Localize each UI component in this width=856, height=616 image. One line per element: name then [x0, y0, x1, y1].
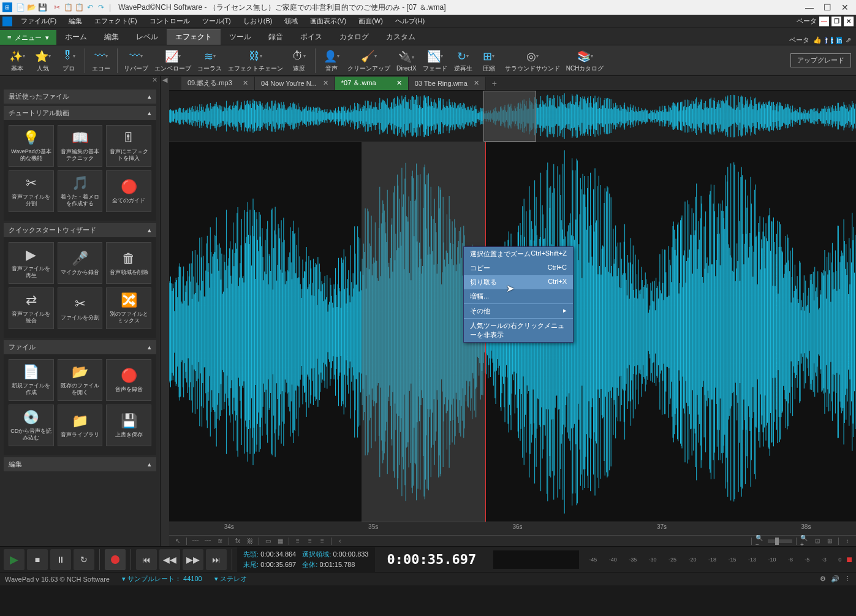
cursor-tool-icon[interactable]: ↖	[173, 537, 183, 546]
context-item-3[interactable]: 増幅...	[464, 289, 573, 303]
ribbon-tab-4[interactable]: ツール	[221, 29, 260, 45]
tool-基本[interactable]: ✨ ▾基本	[5, 48, 29, 73]
zoom-in-icon[interactable]: 🔍+	[800, 537, 810, 546]
align-center-icon[interactable]: ≡	[305, 537, 315, 546]
tile-CDから音声を読み込む[interactable]: 💿CDから音声を読み込む	[9, 405, 54, 446]
add-tab-button[interactable]: +	[486, 78, 503, 88]
tool-NCHカタログ[interactable]: 📚 ▾NCHカタログ	[564, 48, 607, 73]
sidebar-collapse-handle[interactable]: ◀	[161, 76, 169, 546]
file-tab-1[interactable]: 04 Now You're N...✕	[255, 77, 335, 90]
child-window-minimize-icon[interactable]: —	[819, 17, 829, 26]
align-left-icon[interactable]: ≡	[293, 537, 303, 546]
menu-edit[interactable]: 編集	[65, 15, 86, 27]
volume-icon[interactable]: 🔊	[831, 575, 839, 583]
panel-header-1[interactable]: チュートリアル動画▴	[4, 106, 156, 120]
tab-close-icon[interactable]: ✕	[474, 79, 479, 87]
tool-速度[interactable]: ⏱ ▾速度	[287, 48, 311, 73]
menu-help[interactable]: ヘルプ(H)	[392, 15, 428, 27]
ribbon-tab-5[interactable]: 録音	[260, 29, 292, 45]
tile-新規ファイルを作成[interactable]: 📄新規ファイルを作成	[9, 359, 54, 401]
tile-既存のファイルを開く[interactable]: 📂既存のファイルを開く	[58, 359, 103, 401]
tile-音声領域を削除[interactable]: 🗑音声領域を削除	[106, 242, 151, 284]
child-window-close-icon[interactable]: ✕	[844, 17, 854, 26]
twitter-icon[interactable]: t	[831, 37, 833, 44]
tile-WavePadの基本的な機能[interactable]: 💡WavePadの基本的な機能	[9, 125, 54, 167]
zoom-out-icon[interactable]: 🔍−	[756, 537, 765, 546]
context-item-5[interactable]: 人気ツールの右クリックメニューを非表示	[464, 319, 573, 342]
pause-button[interactable]: ⏸	[50, 549, 71, 570]
tile-ファイルを分割[interactable]: ✂ファイルを分割	[58, 287, 103, 329]
maximize-button[interactable]: ☐	[824, 2, 831, 12]
tool-クリーンアップ[interactable]: 🧹 ▾クリーンアップ	[345, 48, 393, 73]
tile-音声ライブラリ[interactable]: 📁音声ライブラリ	[58, 405, 103, 446]
ribbon-tab-1[interactable]: 編集	[96, 29, 127, 45]
tool-エンベロープ[interactable]: 📈 ▾エンベロープ	[152, 48, 194, 73]
fx-chain-icon[interactable]: ⛓	[245, 537, 255, 546]
menu-effect[interactable]: エフェクト(E)	[91, 15, 141, 27]
child-window-restore-icon[interactable]: ❐	[831, 17, 841, 26]
tool-人気[interactable]: ⭐ ▾人気	[31, 48, 55, 73]
tile-着うた・着メロを作成する[interactable]: 🎵着うた・着メロを作成する	[58, 170, 103, 212]
tool-圧縮[interactable]: ⊞ ▾圧縮	[477, 48, 501, 73]
like-icon[interactable]: 👍	[813, 36, 822, 44]
tool-音声[interactable]: 👤 ▾音声	[319, 48, 344, 73]
cut-icon[interactable]: ✂	[51, 2, 62, 13]
wave-view-1-icon[interactable]: 〰	[191, 537, 200, 546]
timeline[interactable]: 34s35s36s37s38s	[169, 522, 856, 535]
zoom-vert-icon[interactable]: ↕	[843, 537, 852, 546]
ribbon-tab-8[interactable]: カスタム	[377, 29, 424, 45]
tab-close-icon[interactable]: ✕	[396, 79, 402, 87]
fx-icon[interactable]: fx	[233, 537, 243, 546]
facebook-icon[interactable]: f	[825, 37, 827, 44]
tile-音声ファイルを分割[interactable]: ✂音声ファイルを分割	[9, 170, 54, 212]
skip-end-button[interactable]: ⏭	[206, 549, 227, 570]
tile-上書き保存[interactable]: 💾上書き保存	[106, 405, 151, 446]
settings-icon[interactable]: ⚙	[820, 575, 826, 583]
overview-waveform[interactable]	[169, 91, 856, 142]
panel-header-4[interactable]: 編集▴	[4, 457, 156, 471]
undo-icon[interactable]: ↶	[85, 2, 96, 13]
sidebar-close-icon[interactable]: ✕	[152, 76, 157, 87]
tile-音声ファイルを再生[interactable]: ▶音声ファイルを再生	[9, 242, 54, 284]
tool-エフェクトチェーン[interactable]: ⛓ ▾エフェクトチェーン	[225, 48, 286, 73]
play-button[interactable]: ▶	[4, 549, 25, 570]
ribbon-tab-0[interactable]: ホーム	[56, 29, 96, 45]
context-item-1[interactable]: コピーCtrl+C	[464, 261, 573, 275]
tool-コーラス[interactable]: ≋ ▾コーラス	[195, 48, 224, 73]
tool-リバーブ[interactable]: 〰 ▾リバーブ	[121, 48, 151, 73]
ribbon-menu-button[interactable]: ≡ メニュー ▾	[0, 30, 56, 45]
tile-マイクから録音[interactable]: 🎤マイクから録音	[58, 242, 103, 284]
new-file-icon[interactable]: 📄	[15, 2, 26, 13]
panel-header-3[interactable]: ファイル▴	[4, 340, 156, 354]
zoom-fit-icon[interactable]: ⊡	[812, 537, 822, 546]
main-waveform[interactable]: 選択位置までズームCtrl+Shift+ZコピーCtrl+C切り取るCtrl+X…	[169, 142, 856, 522]
minimize-button[interactable]: —	[805, 2, 814, 12]
align-right-icon[interactable]: ≡	[317, 537, 327, 546]
file-tab-0[interactable]: 09.燃える.mp3✕	[181, 77, 255, 90]
save-icon[interactable]: 💾	[37, 2, 48, 13]
tool-サラウンドサウンド[interactable]: ◎ ▾サラウンドサウンド	[502, 48, 562, 73]
close-button[interactable]: ✕	[841, 2, 849, 12]
wave-view-2-icon[interactable]: 〰	[203, 537, 213, 546]
menu-tool[interactable]: ツール(T)	[199, 15, 235, 27]
overview-selection[interactable]	[483, 91, 536, 142]
panel-header-0[interactable]: 最近使ったファイル▴	[4, 89, 156, 104]
rewind-button[interactable]: ◀◀	[159, 549, 180, 570]
redo-icon[interactable]: ↷	[96, 2, 107, 13]
tool-逆再生[interactable]: ↻ ▾逆再生	[451, 48, 475, 73]
ribbon-tab-7[interactable]: カタログ	[331, 29, 377, 45]
context-item-4[interactable]: その他▸	[464, 304, 573, 318]
share-icon[interactable]: ⇗	[846, 36, 851, 44]
upgrade-button[interactable]: アップグレード	[790, 53, 851, 67]
ribbon-tab-6[interactable]: ボイス	[292, 29, 331, 45]
tool-DirectX[interactable]: 🔌 ▾DirectX	[394, 49, 419, 72]
tab-close-icon[interactable]: ✕	[243, 79, 248, 87]
tile-音声ファイルを統合[interactable]: ⇄音声ファイルを統合	[9, 287, 54, 329]
stop-button[interactable]: ■	[27, 549, 48, 570]
tool-フェード[interactable]: 📉 ▾フェード	[420, 48, 450, 73]
tile-音声にエフェクトを挿入[interactable]: 🎚音声にエフェクトを挿入	[106, 125, 151, 167]
open-folder-icon[interactable]: 📂	[26, 2, 37, 13]
context-item-0[interactable]: 選択位置までズームCtrl+Shift+Z	[464, 247, 573, 261]
ribbon-tab-2[interactable]: レベル	[127, 29, 167, 45]
zoom-slider[interactable]	[768, 539, 792, 543]
